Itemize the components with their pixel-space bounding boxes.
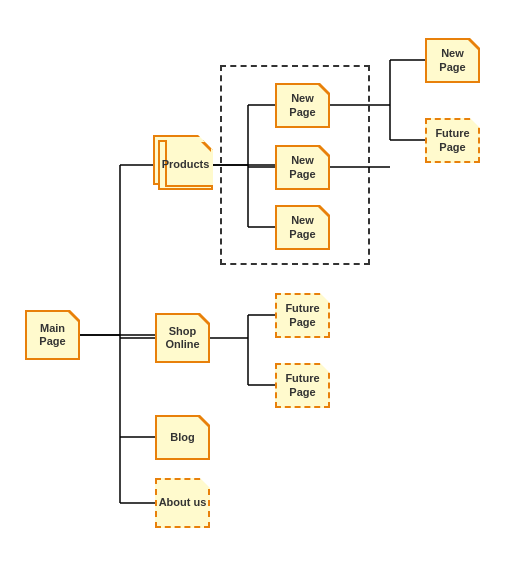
future-page-1-node[interactable]: FuturePage	[275, 293, 330, 338]
future-page-2-node[interactable]: FuturePage	[275, 363, 330, 408]
main-page-label: Main Page	[27, 322, 78, 348]
products-node[interactable]: Products	[158, 140, 213, 190]
new-page-right1-label: NewPage	[439, 47, 465, 73]
new-page-3-label: NewPage	[289, 214, 315, 240]
about-us-label: About us	[159, 496, 207, 509]
future-page-1-label: FuturePage	[285, 302, 319, 328]
about-us-node[interactable]: About us	[155, 478, 210, 528]
future-page-right1-label: FuturePage	[435, 127, 469, 153]
blog-node[interactable]: Blog	[155, 415, 210, 460]
new-page-3-node[interactable]: NewPage	[275, 205, 330, 250]
main-page-node[interactable]: Main Page	[25, 310, 80, 360]
new-page-2-node[interactable]: NewPage	[275, 145, 330, 190]
future-page-right1-node[interactable]: FuturePage	[425, 118, 480, 163]
new-page-1-label: NewPage	[289, 92, 315, 118]
future-page-2-label: FuturePage	[285, 372, 319, 398]
shop-online-node[interactable]: Shop Online	[155, 313, 210, 363]
new-page-1-node[interactable]: NewPage	[275, 83, 330, 128]
new-page-right1-node[interactable]: NewPage	[425, 38, 480, 83]
products-label: Products	[162, 158, 210, 171]
shop-online-label: Shop Online	[157, 325, 208, 351]
new-page-2-label: NewPage	[289, 154, 315, 180]
site-map-diagram: Main Page Products Shop Online Blog Abou…	[0, 0, 524, 581]
blog-label: Blog	[170, 431, 194, 444]
